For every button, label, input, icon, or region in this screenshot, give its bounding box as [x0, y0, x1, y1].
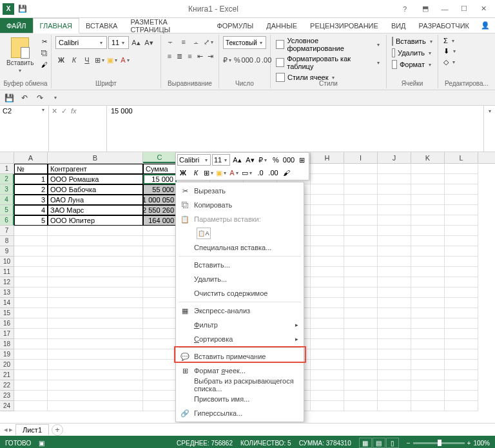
row-header[interactable]: 11: [0, 267, 14, 277]
cell[interactable]: [411, 215, 445, 226]
cell[interactable]: [143, 370, 177, 380]
mini-italic-button[interactable]: К: [190, 167, 202, 179]
maximize-icon[interactable]: ☐: [455, 3, 473, 15]
cell[interactable]: [378, 370, 411, 380]
qat-undo-button[interactable]: ↶: [18, 92, 31, 104]
cell[interactable]: ООО Ромашка: [48, 174, 143, 184]
fx-icon[interactable]: fx: [71, 107, 77, 115]
cell[interactable]: [311, 236, 344, 246]
cell[interactable]: [143, 380, 177, 391]
cell[interactable]: [445, 184, 478, 195]
ctx-paste-option-values[interactable]: 📋A: [176, 226, 304, 240]
help-icon[interactable]: ?: [398, 5, 411, 13]
cell[interactable]: [344, 246, 378, 257]
cell[interactable]: [411, 267, 445, 277]
cell[interactable]: 164 000: [143, 215, 177, 226]
cell[interactable]: [143, 267, 177, 277]
cell[interactable]: [344, 370, 378, 380]
percent-icon[interactable]: %: [234, 54, 240, 66]
cell[interactable]: [14, 287, 48, 298]
cell[interactable]: [445, 246, 478, 257]
select-all-triangle[interactable]: [0, 152, 14, 163]
cell[interactable]: [411, 277, 445, 287]
cell[interactable]: 2 550 260: [143, 205, 177, 215]
cell[interactable]: [344, 308, 378, 318]
cell[interactable]: [344, 391, 378, 401]
mini-dec-decimal-icon[interactable]: .0: [255, 167, 266, 179]
ctx-filter[interactable]: Фильтр▸: [176, 318, 304, 332]
mini-size-select[interactable]: 11▾: [212, 154, 230, 166]
view-page-break-icon[interactable]: ▯: [386, 438, 399, 448]
mini-grow-font-icon[interactable]: A▴: [231, 154, 243, 166]
col-header-K[interactable]: K: [411, 152, 445, 163]
cell[interactable]: [344, 360, 378, 370]
cell[interactable]: [14, 329, 48, 339]
tab-formulas[interactable]: ФОРМУЛЫ: [210, 18, 260, 33]
row-header[interactable]: 24: [0, 401, 14, 411]
ctx-insert[interactable]: Вставить...: [176, 258, 304, 272]
cell[interactable]: [344, 380, 378, 391]
cell[interactable]: [143, 308, 177, 318]
cell[interactable]: [14, 236, 48, 246]
signin-icon[interactable]: 👤: [481, 21, 490, 30]
mini-font-color-icon[interactable]: A▾: [229, 167, 240, 179]
cell[interactable]: [311, 277, 344, 287]
cell[interactable]: [378, 174, 411, 184]
cell[interactable]: ООО Бабочка: [48, 184, 143, 195]
cell[interactable]: [344, 195, 378, 205]
row-header[interactable]: 23: [0, 391, 14, 401]
qat-save-icon[interactable]: 💾: [18, 5, 28, 13]
cell[interactable]: [411, 401, 445, 411]
cell[interactable]: [445, 195, 478, 205]
cell[interactable]: [48, 236, 143, 246]
cell[interactable]: ООО Юпитер: [48, 215, 143, 226]
mini-currency-icon[interactable]: ₽▾: [257, 154, 269, 166]
row-header[interactable]: 19: [0, 349, 14, 360]
cell[interactable]: [14, 298, 48, 308]
cell[interactable]: [378, 184, 411, 195]
row-header[interactable]: 8: [0, 236, 14, 246]
row-header[interactable]: 20: [0, 360, 14, 370]
cell[interactable]: [311, 257, 344, 267]
align-center-icon[interactable]: ≣: [175, 50, 184, 62]
cell[interactable]: [411, 339, 445, 349]
cell[interactable]: [445, 277, 478, 287]
cell[interactable]: 4: [14, 205, 48, 215]
cell[interactable]: [48, 277, 143, 287]
cell[interactable]: [445, 287, 478, 298]
col-header-C[interactable]: C: [143, 152, 177, 163]
accept-formula-icon[interactable]: ✓: [61, 107, 67, 115]
formula-input[interactable]: 15 000: [107, 106, 483, 151]
cell[interactable]: [311, 287, 344, 298]
cell[interactable]: [378, 226, 411, 236]
autosum-button[interactable]: Σ▾: [442, 36, 491, 45]
orientation-icon[interactable]: ⤢▾: [203, 36, 215, 48]
cell[interactable]: [378, 329, 411, 339]
comma-icon[interactable]: 000: [242, 54, 253, 66]
cell[interactable]: [344, 277, 378, 287]
cell[interactable]: [411, 318, 445, 329]
cell[interactable]: [344, 287, 378, 298]
cell[interactable]: [143, 277, 177, 287]
row-header[interactable]: 10: [0, 257, 14, 267]
cell[interactable]: [445, 267, 478, 277]
cell[interactable]: [48, 246, 143, 257]
cell[interactable]: [445, 380, 478, 391]
cell[interactable]: [411, 236, 445, 246]
qat-save-button[interactable]: 💾: [3, 92, 15, 104]
cell[interactable]: [143, 329, 177, 339]
mini-shrink-font-icon[interactable]: A▾: [244, 154, 256, 166]
cell[interactable]: [378, 287, 411, 298]
row-header[interactable]: 5: [0, 205, 14, 215]
cell[interactable]: [378, 380, 411, 391]
cell[interactable]: [344, 318, 378, 329]
zoom-slider[interactable]: [413, 442, 465, 444]
cell[interactable]: [344, 339, 378, 349]
ctx-cut[interactable]: ✂Вырезать: [176, 184, 304, 198]
cell[interactable]: [411, 257, 445, 267]
cell[interactable]: [378, 308, 411, 318]
align-right-icon[interactable]: ≡: [186, 50, 195, 62]
cell[interactable]: [14, 257, 48, 267]
cell[interactable]: [48, 360, 143, 370]
cell[interactable]: [411, 246, 445, 257]
